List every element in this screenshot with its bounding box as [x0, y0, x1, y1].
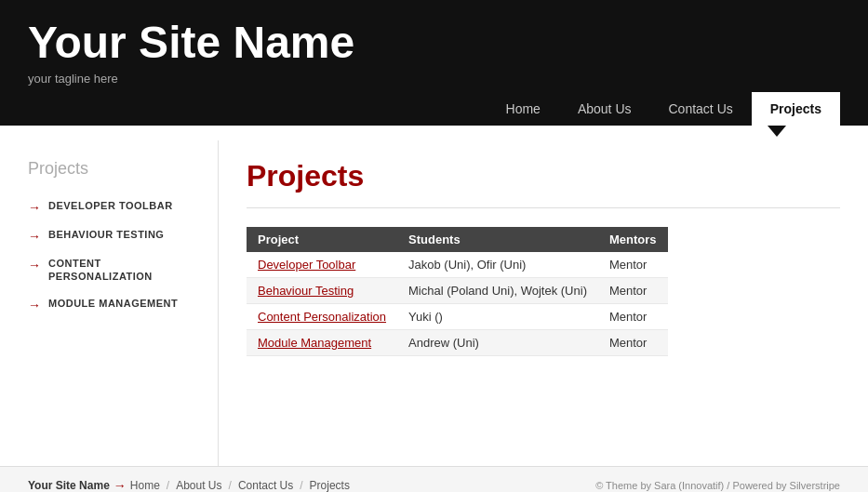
- project-mentor: Mentor: [598, 304, 668, 330]
- sidebar-item-module-management[interactable]: → MODULE MANAGEMENT: [28, 290, 199, 319]
- col-project: Project: [247, 227, 397, 252]
- col-students: Students: [397, 227, 598, 252]
- table-row: Behaviour TestingMichal (Poland Uni), Wo…: [247, 278, 668, 304]
- project-mentor: Mentor: [598, 278, 668, 304]
- project-name[interactable]: Behaviour Testing: [247, 278, 397, 304]
- nav-home[interactable]: Home: [487, 92, 559, 126]
- nav-contact[interactable]: Contact Us: [650, 92, 752, 126]
- sidebar-item-content-personalization[interactable]: → CONTENT PERSONALIZATION: [28, 250, 199, 290]
- sidebar-label-3: CONTENT PERSONALIZATION: [48, 257, 199, 284]
- content-area: Projects Project Students Mentors Develo…: [219, 140, 868, 466]
- site-title: Your Site Name: [28, 19, 840, 68]
- table-row: Module ManagementAndrew (Uni)Mentor: [247, 330, 668, 356]
- table-row: Developer ToolbarJakob (Uni), Ofir (Uni)…: [247, 252, 668, 278]
- nav-about[interactable]: About Us: [559, 92, 650, 126]
- project-students: Jakob (Uni), Ofir (Uni): [397, 252, 598, 278]
- footer-nav-contact[interactable]: Contact Us: [238, 479, 293, 492]
- arrow-icon-3: →: [28, 258, 41, 273]
- footer-nav-about[interactable]: About Us: [176, 479, 221, 492]
- project-students: Andrew (Uni): [397, 330, 598, 356]
- projects-table: Project Students Mentors Developer Toolb…: [247, 227, 668, 356]
- footer-arrow-icon: →: [114, 478, 127, 492]
- sidebar-heading: Projects: [28, 159, 199, 179]
- site-tagline: your tagline here: [28, 72, 840, 86]
- main-wrapper: Projects → DEVELOPER TOOLBAR → BEHAVIOUR…: [0, 140, 868, 466]
- project-name[interactable]: Developer Toolbar: [247, 252, 397, 278]
- main-nav: Home About Us Contact Us Projects: [487, 92, 840, 126]
- header: Your Site Name your tagline here Home Ab…: [0, 0, 868, 126]
- project-mentor: Mentor: [598, 330, 668, 356]
- sidebar-item-behaviour-testing[interactable]: → BEHAVIOUR TESTING: [28, 221, 199, 250]
- table-body: Developer ToolbarJakob (Uni), Ofir (Uni)…: [247, 252, 668, 356]
- project-students: Michal (Poland Uni), Wojtek (Uni): [397, 278, 598, 304]
- table-row: Content PersonalizationYuki ()Mentor: [247, 304, 668, 330]
- sidebar-item-developer-toolbar[interactable]: → DEVELOPER TOOLBAR: [28, 193, 199, 221]
- arrow-icon-4: →: [28, 298, 41, 312]
- sidebar: Projects → DEVELOPER TOOLBAR → BEHAVIOUR…: [0, 140, 219, 466]
- arrow-icon-1: →: [28, 200, 41, 215]
- col-mentors: Mentors: [598, 227, 668, 252]
- project-name[interactable]: Module Management: [247, 330, 397, 356]
- footer-nav-home[interactable]: Home: [130, 479, 160, 492]
- project-students: Yuki (): [397, 304, 598, 330]
- footer-copyright: © Theme by Sara (Innovatif) / Powered by…: [595, 480, 840, 491]
- sidebar-label-2: BEHAVIOUR TESTING: [48, 228, 164, 241]
- footer-left: Your Site Name → Home / About Us / Conta…: [28, 478, 350, 492]
- sidebar-label-1: DEVELOPER TOOLBAR: [48, 199, 173, 212]
- page-title: Projects: [247, 159, 840, 208]
- sidebar-label-4: MODULE MANAGEMENT: [48, 297, 178, 310]
- project-name[interactable]: Content Personalization: [247, 304, 397, 330]
- footer-nav-projects[interactable]: Projects: [310, 479, 350, 492]
- header-bottom: [0, 126, 868, 140]
- arrow-icon-2: →: [28, 229, 41, 244]
- footer-site-name: Your Site Name: [28, 479, 110, 492]
- footer: Your Site Name → Home / About Us / Conta…: [0, 466, 868, 492]
- nav-projects[interactable]: Projects: [752, 92, 840, 126]
- header-triangle: [768, 126, 786, 137]
- project-mentor: Mentor: [598, 252, 668, 278]
